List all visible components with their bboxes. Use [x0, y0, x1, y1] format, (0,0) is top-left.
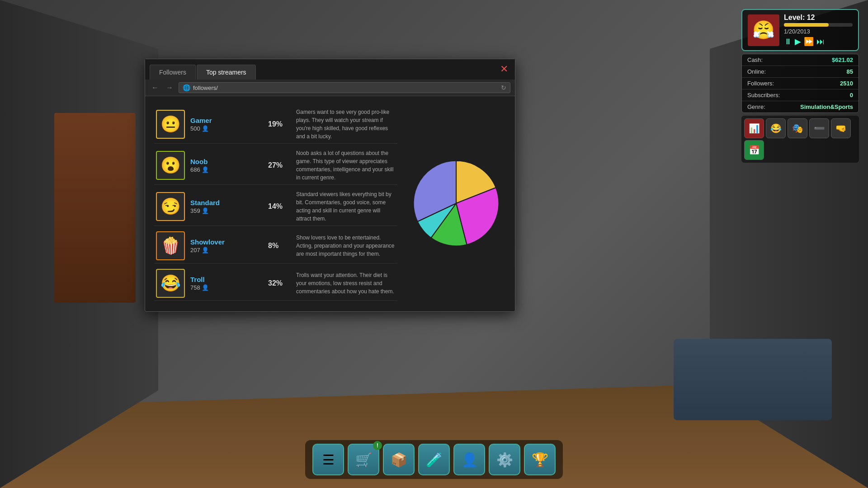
player-controls: ⏸ ▶ ⏩ ⏭ [784, 37, 853, 47]
url-text: followers/ [193, 84, 498, 91]
couch [674, 339, 832, 420]
follower-info-showlover: Showlover 207 👤 [190, 238, 263, 253]
follower-item-troll: 😂 Troll 758 👤 32% Trolls want your atten… [154, 266, 397, 301]
stat-subscribers: Subscribers: 0 [742, 89, 859, 101]
cash-value: $621.02 [832, 56, 853, 63]
subscribers-label: Subscribers: [747, 92, 780, 99]
follower-desc-showlover: Show lovers love to be entertained. Acti… [296, 234, 396, 258]
hud-panel: 😤 Level: 12 1/20/2013 ⏸ ▶ ⏩ ⏭ Cash: $621… [741, 9, 859, 163]
pause-button[interactable]: ⏸ [784, 37, 792, 47]
follower-avatar-gamer: 😐 [156, 110, 185, 139]
hud-tool-calendar[interactable]: 📅 [744, 140, 764, 160]
genre-value: Simulation&Sports [800, 103, 853, 110]
follower-avatar-standard: 😏 [156, 192, 185, 221]
follower-pct-showlover: 8% [268, 242, 291, 250]
follower-avatar-noob: 😮 [156, 151, 185, 180]
back-button[interactable]: ← [150, 82, 160, 93]
follower-name-noob: Noob [190, 158, 263, 165]
follower-count-gamer: 500 👤 [190, 125, 263, 132]
bottom-btn-shop-badge: ! [373, 441, 382, 450]
followers-label: Followers: [747, 80, 774, 87]
tab-followers[interactable]: Followers [150, 65, 196, 80]
player-card: 😤 Level: 12 1/20/2013 ⏸ ▶ ⏩ ⏭ [741, 9, 859, 51]
stat-cash: Cash: $621.02 [742, 54, 859, 66]
follower-name-gamer: Gamer [190, 117, 263, 124]
player-avatar-emoji: 😤 [752, 19, 775, 41]
stats-panel: Cash: $621.02 Online: 85 Followers: 2510… [741, 54, 859, 113]
bottom-btn-lab[interactable]: 🧪 [418, 444, 450, 475]
stat-online: Online: 85 [742, 66, 859, 78]
player-date: 1/20/2013 [784, 28, 853, 35]
online-value: 85 [847, 68, 853, 75]
hud-tool-mask[interactable]: 🎭 [788, 118, 807, 138]
content-area: 😐 Gamer 500 👤 19% Gamers want to see ver… [145, 96, 515, 310]
subscribers-value: 0 [850, 92, 853, 99]
globe-icon: 🌐 [183, 84, 190, 91]
follower-desc-troll: Trolls want your attention. Their diet i… [296, 271, 396, 296]
follower-desc-gamer: Gamers want to see very good pro-like pl… [296, 108, 396, 141]
follower-item-noob: 😮 Noob 686 👤 27% Noob asks a lot of ques… [154, 146, 397, 185]
follower-name-standard: Standard [190, 199, 263, 206]
follower-info-noob: Noob 686 👤 [190, 158, 263, 173]
hud-tool-meme[interactable]: 😂 [766, 118, 786, 138]
stat-followers: Followers: 2510 [742, 78, 859, 89]
address-bar: ← → 🌐 followers/ ↻ [145, 80, 515, 96]
online-label: Online: [747, 68, 766, 75]
bottom-btn-gear[interactable]: ⚙️ [489, 444, 520, 475]
hud-tool-hands[interactable]: 🤜 [831, 118, 851, 138]
wardrobe [54, 113, 136, 303]
follower-name-showlover: Showlover [190, 238, 263, 246]
follower-pct-standard: 14% [268, 202, 291, 211]
bottom-toolbar: ☰🛒!📦🧪👤⚙️🏆 [305, 440, 563, 479]
hud-tool-minus[interactable]: ➖ [809, 118, 829, 138]
genre-label: Genre: [747, 103, 765, 110]
follower-info-gamer: Gamer 500 👤 [190, 117, 263, 132]
xp-bar-fill [784, 23, 829, 27]
stat-genre: Genre: Simulation&Sports [742, 101, 859, 113]
tab-bar: Followers Top streamers ✕ [145, 59, 515, 80]
player-info: Level: 12 1/20/2013 ⏸ ▶ ⏩ ⏭ [784, 14, 853, 47]
follower-item-gamer: 😐 Gamer 500 👤 19% Gamers want to see ver… [154, 105, 397, 144]
skip-button[interactable]: ⏭ [816, 37, 825, 47]
player-level: Level: 12 [784, 14, 853, 22]
follower-count-standard: 359 👤 [190, 207, 263, 214]
follower-pct-troll: 32% [268, 279, 291, 287]
close-button[interactable]: ✕ [498, 63, 510, 75]
follower-info-standard: Standard 359 👤 [190, 199, 263, 214]
follower-avatar-troll: 😂 [156, 269, 185, 298]
hud-tool-chart[interactable]: 📊 [744, 118, 764, 138]
forward-button[interactable]: → [164, 82, 175, 93]
play-button[interactable]: ▶ [795, 37, 801, 47]
bottom-btn-trophy[interactable]: 🏆 [524, 444, 556, 475]
follower-pct-noob: 27% [268, 161, 291, 169]
tab-top-streamers[interactable]: Top streamers [197, 65, 256, 80]
follower-pct-gamer: 19% [268, 120, 291, 128]
bottom-btn-item[interactable]: 📦 [383, 444, 415, 475]
follower-count-troll: 758 👤 [190, 284, 263, 291]
main-dialog: Followers Top streamers ✕ ← → 🌐 follower… [145, 59, 515, 312]
follower-item-showlover: 🍿 Showlover 207 👤 8% Show lovers love to… [154, 229, 397, 263]
bottom-btn-person[interactable]: 👤 [453, 444, 485, 475]
hud-toolbar: 📊😂🎭➖🤜📅 [741, 116, 859, 163]
follower-desc-standard: Standard viewers likes everything bit by… [296, 190, 396, 223]
bottom-btn-list[interactable]: ☰ [312, 444, 344, 475]
follower-list: 😐 Gamer 500 👤 19% Gamers want to see ver… [154, 105, 397, 301]
follower-info-troll: Troll 758 👤 [190, 276, 263, 291]
pie-chart [409, 156, 504, 251]
follower-count-showlover: 207 👤 [190, 247, 263, 253]
follower-name-troll: Troll [190, 276, 263, 283]
follower-desc-noob: Noob asks a lot of questions about the g… [296, 149, 396, 182]
player-avatar: 😤 [748, 14, 779, 46]
fast-forward-button[interactable]: ⏩ [804, 37, 814, 47]
cash-label: Cash: [747, 56, 763, 63]
follower-avatar-showlover: 🍿 [156, 231, 185, 260]
bottom-btn-shop[interactable]: 🛒! [348, 444, 379, 475]
follower-item-standard: 😏 Standard 359 👤 14% Standard viewers li… [154, 188, 397, 226]
pie-chart-container [406, 105, 506, 301]
follower-count-noob: 686 👤 [190, 166, 263, 173]
refresh-button[interactable]: ↻ [501, 84, 506, 91]
xp-bar-background [784, 23, 853, 27]
followers-value: 2510 [840, 80, 853, 87]
url-bar: 🌐 followers/ ↻ [179, 82, 510, 93]
